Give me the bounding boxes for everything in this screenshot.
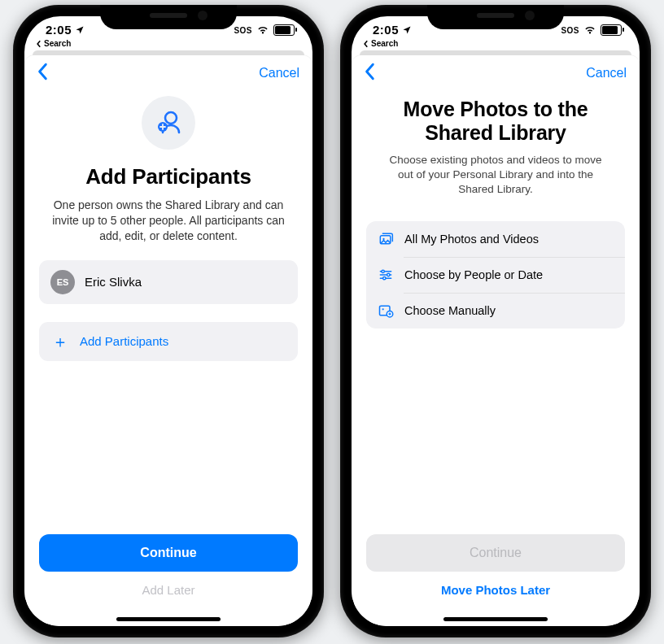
phone-frame-right: 2:05 Search SOS Cancel Move Photos (340, 5, 651, 637)
phone-frame-left: 2:05 Search SOS Cancel (13, 5, 324, 637)
page-title: Move Photos to the Shared Library (366, 98, 625, 145)
breadcrumb-back[interactable]: Search (36, 39, 71, 48)
continue-button-disabled: Continue (366, 534, 625, 572)
avatar: ES (50, 270, 75, 294)
participant-row[interactable]: ES Eric Slivka (39, 260, 298, 304)
home-indicator[interactable] (443, 617, 548, 621)
svg-point-9 (382, 308, 384, 310)
status-time: 2:05 (373, 23, 412, 37)
status-time: 2:05 (46, 23, 85, 37)
option-manual[interactable]: Choose Manually (366, 293, 625, 329)
add-later-button[interactable]: Add Later (39, 572, 298, 608)
back-button[interactable] (365, 63, 376, 84)
page-subtitle: Choose existing photos and videos to mov… (381, 153, 610, 198)
participant-name: Eric Slivka (85, 275, 142, 289)
page-title: Add Participants (39, 164, 298, 189)
location-arrow-icon (402, 25, 412, 35)
nav-bar: Cancel (24, 55, 312, 91)
home-indicator[interactable] (116, 617, 221, 621)
modal-sheet: Cancel Move Photos to the Shared Library… (352, 55, 640, 626)
page-subtitle: One person owns the Shared Library and c… (47, 198, 290, 244)
participants-list: ES Eric Slivka (39, 260, 298, 304)
cancel-button[interactable]: Cancel (586, 66, 627, 80)
sos-indicator: SOS (234, 26, 252, 35)
photos-stack-icon (378, 231, 394, 247)
back-button[interactable] (37, 63, 49, 84)
hero-add-participant-icon (142, 96, 195, 150)
chevron-left-icon (37, 63, 49, 80)
option-all-photos[interactable]: All My Photos and Videos (366, 221, 625, 257)
sos-indicator: SOS (561, 26, 579, 35)
svg-point-5 (387, 273, 390, 276)
add-participants-button[interactable]: ＋ Add Participants (39, 322, 298, 361)
location-arrow-icon (75, 25, 85, 35)
modal-sheet: Cancel Add Participants One person owns … (24, 55, 312, 626)
continue-button[interactable]: Continue (39, 534, 298, 572)
add-participants-label: Add Participants (80, 334, 168, 348)
option-label: Choose by People or Date (404, 268, 543, 281)
chevron-left-icon (365, 63, 376, 80)
chevron-left-icon (363, 40, 369, 48)
nav-bar: Cancel (352, 55, 640, 91)
wifi-icon (256, 25, 269, 35)
chevron-left-icon (36, 40, 42, 48)
wifi-icon (583, 25, 596, 35)
filter-sliders-icon (378, 267, 394, 283)
option-label: Choose Manually (404, 304, 496, 317)
option-label: All My Photos and Videos (404, 233, 539, 246)
notch (100, 5, 237, 29)
photo-add-icon (378, 302, 394, 319)
svg-point-4 (382, 270, 384, 272)
battery-icon (601, 24, 622, 36)
move-later-button[interactable]: Move Photos Later (366, 572, 625, 608)
svg-point-6 (383, 277, 386, 280)
svg-point-0 (165, 112, 177, 124)
screen: 2:05 Search SOS Cancel Move Photos (352, 16, 640, 626)
move-options-list: All My Photos and Videos Choose by Peopl… (366, 221, 625, 329)
option-people-date[interactable]: Choose by People or Date (366, 257, 625, 293)
breadcrumb-back[interactable]: Search (363, 39, 398, 48)
plus-icon: ＋ (52, 333, 68, 350)
battery-icon (273, 24, 295, 36)
cancel-button[interactable]: Cancel (259, 66, 299, 80)
screen: 2:05 Search SOS Cancel (24, 16, 312, 626)
notch (427, 5, 564, 29)
